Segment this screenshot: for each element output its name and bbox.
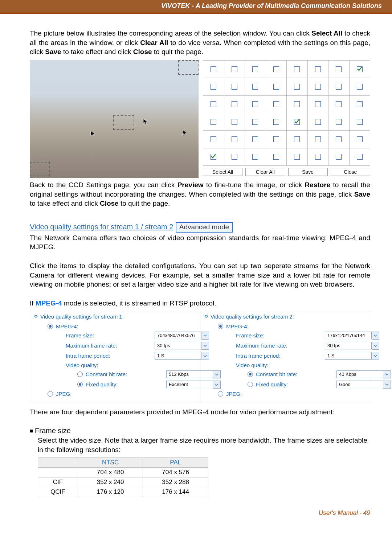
checkbox-cell[interactable] [203, 148, 224, 166]
double-chevron-down-icon [204, 313, 208, 320]
table-header: PAL [143, 457, 208, 467]
table-cell: 176 x 120 [78, 487, 143, 497]
checkbox-cell[interactable] [350, 113, 371, 131]
close-button[interactable]: Close [331, 168, 370, 176]
text: to quit the page. [119, 200, 170, 207]
checkbox-cell[interactable] [245, 61, 266, 78]
checkbox-cell[interactable] [308, 113, 329, 131]
checkbox-icon [336, 136, 342, 142]
text: to fine-tune the image, or click [204, 181, 305, 189]
checkbox-cell[interactable] [350, 148, 371, 166]
jpeg-radio[interactable]: JPEG: [48, 391, 196, 397]
video-quality-link[interactable]: Video quality settings for stream 1 / st… [30, 223, 173, 231]
checkbox-cell[interactable] [350, 61, 371, 78]
footer-text: User's Manual - 49 [319, 509, 370, 516]
checkbox-icon [336, 101, 342, 107]
checkbox-cell[interactable] [308, 148, 329, 166]
checkbox-cell[interactable] [308, 96, 329, 113]
video-quality-label: Video quality: [34, 362, 155, 368]
checkbox-cell[interactable] [328, 131, 350, 148]
radio-icon [218, 391, 223, 397]
checkbox-icon [336, 66, 342, 72]
checkbox-cell[interactable] [350, 78, 371, 95]
checkbox-cell[interactable] [245, 148, 266, 166]
table-cell: QCIF [38, 487, 78, 497]
panel-title[interactable]: Video quality settings for stream 2: [204, 313, 366, 320]
checkbox-icon [315, 101, 321, 107]
checkbox-cell[interactable] [224, 113, 245, 131]
checkbox-cell[interactable] [224, 78, 245, 95]
checkbox-cell[interactable] [328, 96, 350, 113]
checkbox-cell[interactable] [203, 78, 224, 95]
chevron-down-icon[interactable] [383, 381, 391, 389]
checkbox-cell[interactable] [308, 131, 329, 148]
text: to take effect and click [30, 200, 100, 207]
checkbox-cell[interactable] [287, 78, 308, 95]
text-bold: Select All [311, 29, 342, 37]
checkbox-cell[interactable] [224, 148, 245, 166]
mpeg4-radio[interactable]: MPEG-4: [48, 323, 196, 329]
selection-rect [113, 115, 134, 130]
chevron-down-icon[interactable] [383, 370, 391, 378]
table-cell: CIF [38, 477, 78, 487]
checkbox-cell[interactable] [350, 131, 371, 148]
checkbox-cell[interactable] [308, 61, 329, 78]
checkbox-cell[interactable] [328, 113, 350, 131]
fixed-quality-radio[interactable]: Fixed quality: [34, 381, 166, 387]
checkbox-cell[interactable] [224, 61, 245, 78]
mpeg4-radio[interactable]: MPEG-4: [218, 323, 366, 329]
panel-title[interactable]: Video quality settings for stream 1: [34, 313, 196, 320]
checkbox-cell[interactable] [266, 148, 287, 166]
checkbox-cell[interactable] [224, 131, 245, 148]
checkbox-icon [315, 84, 321, 90]
checkbox-cell[interactable] [287, 96, 308, 113]
checkbox-cell[interactable] [287, 148, 308, 166]
checkbox-cell[interactable] [224, 96, 245, 113]
checkbox-cell[interactable] [328, 78, 350, 95]
checkbox-icon [357, 154, 363, 160]
constant-bit-rate-radio[interactable]: Constant bit rate: [204, 371, 336, 377]
select-all-button[interactable]: Select All [203, 168, 242, 176]
checkbox-cell[interactable] [245, 78, 266, 95]
checkbox-cell[interactable] [245, 131, 266, 148]
checkbox-icon [211, 154, 216, 160]
checkbox-cell[interactable] [266, 78, 287, 95]
checkbox-cell[interactable] [203, 131, 224, 148]
selection-rect [30, 162, 50, 176]
save-button[interactable]: Save [288, 168, 328, 176]
checkbox-cell[interactable] [203, 113, 224, 131]
checkbox-cell[interactable] [203, 61, 224, 78]
checkbox-cell[interactable] [350, 96, 371, 113]
bullet-square-icon [30, 430, 33, 432]
select-value: Good [336, 381, 383, 388]
video-quality-heading: Video quality settings for stream 1 / st… [30, 222, 370, 233]
fixed-quality-radio[interactable]: Fixed quality: [204, 381, 336, 387]
checkbox-cell[interactable] [287, 113, 308, 131]
text-bold: Close [133, 48, 152, 56]
checkbox-cell[interactable] [308, 78, 329, 95]
cursor-icon [142, 118, 149, 125]
checkbox-icon [294, 136, 300, 142]
clear-all-button[interactable]: Clear All [245, 168, 285, 176]
checkbox-cell[interactable] [203, 96, 224, 113]
chevron-down-icon[interactable] [372, 352, 379, 360]
selection-rect [178, 60, 199, 75]
checkbox-icon [294, 154, 300, 160]
checkbox-cell[interactable] [287, 61, 308, 78]
checkbox-cell[interactable] [328, 148, 350, 166]
checkbox-cell[interactable] [287, 131, 308, 148]
chevron-down-icon[interactable] [372, 342, 379, 350]
jpeg-radio[interactable]: JPEG: [218, 391, 366, 397]
paragraph-4: Click the items to display the detailed … [30, 261, 370, 289]
checkbox-cell[interactable] [245, 96, 266, 113]
checkbox-cell[interactable] [266, 113, 287, 131]
header-divider [0, 13, 392, 14]
checkbox-cell[interactable] [328, 61, 350, 78]
constant-bit-rate-radio[interactable]: Constant bit rate: [34, 371, 166, 377]
checkbox-cell[interactable] [266, 96, 287, 113]
checkbox-icon [273, 101, 279, 107]
chevron-down-icon[interactable] [372, 332, 379, 340]
checkbox-cell[interactable] [266, 61, 287, 78]
checkbox-cell[interactable] [266, 131, 287, 148]
checkbox-cell[interactable] [245, 113, 266, 131]
